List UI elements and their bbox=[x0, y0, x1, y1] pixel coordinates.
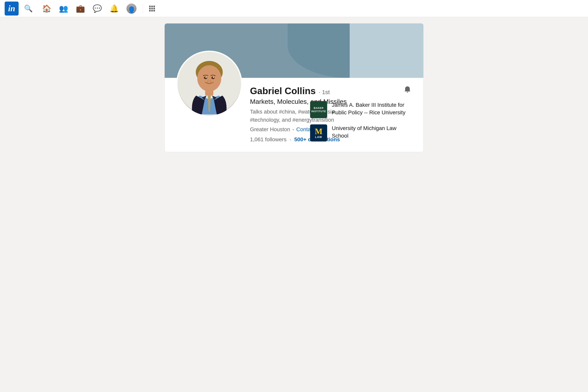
svg-point-5 bbox=[211, 76, 215, 79]
grid-dot bbox=[151, 6, 153, 7]
baker-affiliation-name: James A. Baker III Institute for Public … bbox=[332, 101, 411, 116]
grid-dot bbox=[149, 8, 151, 9]
page-content: Gabriel Collins · 1st Markets, Molecules… bbox=[158, 23, 430, 152]
grid-dot bbox=[149, 10, 151, 12]
umich-affiliation-name: University of Michigan Law School bbox=[332, 124, 411, 140]
grid-menu-button[interactable] bbox=[145, 4, 159, 13]
linkedin-logo-text: in bbox=[8, 4, 15, 13]
affiliation-baker[interactable]: BAKER INSTITUTE James A. Baker III Insti… bbox=[310, 101, 411, 118]
profile-me-button[interactable] bbox=[123, 2, 140, 15]
grid-dot bbox=[151, 8, 153, 9]
affiliations-section: BAKER INSTITUTE James A. Baker III Insti… bbox=[310, 101, 411, 142]
baker-logo-text-baker: BAKER bbox=[313, 106, 323, 110]
notifications-button[interactable]: 🔔 bbox=[106, 3, 123, 14]
connection-badge: · 1st bbox=[319, 89, 330, 96]
home-button[interactable]: 🏠 bbox=[38, 3, 55, 14]
network-button[interactable]: 👥 bbox=[55, 3, 72, 14]
baker-logo-text-institute: INSTITUTE bbox=[311, 110, 326, 113]
navbar-left: in 🔍 bbox=[5, 2, 37, 16]
jobs-button[interactable]: 💼 bbox=[72, 3, 89, 14]
profile-photo-ring bbox=[176, 51, 242, 117]
umich-law-text: LAW bbox=[315, 136, 322, 138]
avatar-image bbox=[126, 4, 137, 14]
profile-name-row: Gabriel Collins · 1st bbox=[250, 86, 411, 96]
stats-dot: · bbox=[290, 136, 291, 143]
profile-location: Greater Houston bbox=[250, 126, 290, 132]
nav-divider bbox=[143, 4, 143, 13]
bell-icon[interactable] bbox=[404, 86, 411, 95]
profile-name: Gabriel Collins bbox=[250, 86, 316, 96]
navbar: in 🔍 🏠 👥 💼 💬 🔔 bbox=[0, 0, 588, 17]
avatar bbox=[126, 4, 137, 14]
location-dot: · bbox=[293, 126, 294, 132]
baker-institute-logo: BAKER INSTITUTE bbox=[310, 101, 327, 118]
grid-icon bbox=[149, 6, 155, 12]
followers-count: 1,061 followers bbox=[250, 136, 287, 143]
umich-logo: M LAW bbox=[310, 124, 327, 142]
profile-photo-svg bbox=[177, 52, 241, 116]
messaging-button[interactable]: 💬 bbox=[89, 3, 106, 14]
profile-card: Gabriel Collins · 1st Markets, Molecules… bbox=[164, 23, 424, 152]
svg-point-6 bbox=[206, 77, 207, 78]
svg-point-4 bbox=[204, 76, 207, 79]
umich-m-letter: M bbox=[315, 127, 322, 136]
grid-dot bbox=[151, 10, 153, 12]
affiliation-umich[interactable]: M LAW University of Michigan Law School bbox=[310, 124, 411, 142]
svg-point-7 bbox=[213, 77, 214, 78]
cover-blob-light bbox=[350, 24, 423, 78]
search-button[interactable]: 🔍 bbox=[20, 3, 37, 14]
grid-dot bbox=[153, 6, 155, 7]
profile-photo-container bbox=[176, 51, 242, 117]
svg-rect-3 bbox=[205, 88, 213, 96]
nav-icons: 🏠 👥 💼 💬 🔔 bbox=[38, 2, 583, 15]
profile-photo bbox=[177, 52, 241, 116]
linkedin-logo[interactable]: in bbox=[5, 2, 19, 16]
grid-dot bbox=[153, 10, 155, 12]
svg-point-2 bbox=[197, 65, 221, 92]
grid-dot bbox=[153, 8, 155, 9]
grid-dot bbox=[149, 6, 151, 7]
